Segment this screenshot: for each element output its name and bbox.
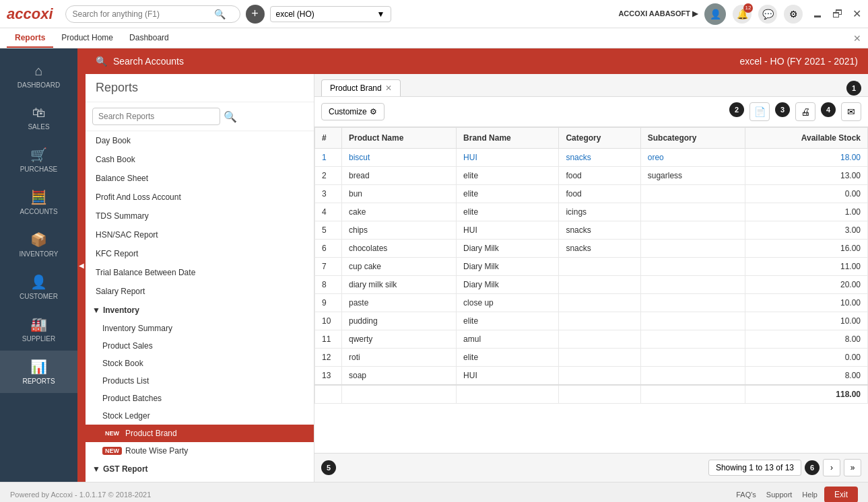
accounts-icon: 🧮	[30, 189, 47, 205]
customize-settings-icon: ⚙	[370, 107, 377, 116]
customize-button[interactable]: Customize ⚙	[321, 103, 385, 120]
inventory-group-triangle: ▼	[92, 306, 100, 315]
table-row[interactable]: 6chocolatesDiary Milksnacks16.00	[315, 240, 868, 258]
nav-item-day-book[interactable]: Day Book	[86, 131, 314, 150]
nav-item-cash-book[interactable]: Cash Book	[86, 150, 314, 169]
nav-group-gst[interactable]: ▼ GST Report	[86, 460, 314, 478]
search-reports-input[interactable]	[92, 108, 220, 125]
sidebar: ⌂ DASHBOARD 🛍 SALES 🛒 PURCHASE 🧮 ACCOUNT…	[0, 48, 77, 482]
company-selector[interactable]: excel (HO) ▼	[270, 6, 391, 22]
nav-item-salary[interactable]: Salary Report	[86, 282, 314, 301]
sidebar-item-supplier[interactable]: 🏭 SUPPLIER	[0, 308, 77, 351]
sidebar-item-reports[interactable]: 📊 REPORTS	[0, 351, 77, 393]
table-row[interactable]: 13soapHUI8.00	[315, 367, 868, 386]
tab-reports[interactable]: Reports	[7, 29, 53, 48]
exit-button[interactable]: Exit	[824, 487, 858, 503]
tab-product-home[interactable]: Product Home	[53, 29, 121, 48]
global-search-box[interactable]: 🔍	[65, 5, 240, 23]
search-accounts-icon: 🔍	[96, 56, 107, 67]
nav-sub-product-brand[interactable]: NEW Product Brand	[86, 425, 314, 442]
sidebar-item-accounts[interactable]: 🧮 ACCOUNTS	[0, 181, 77, 223]
sidebar-collapse-btn[interactable]: ◀	[77, 48, 86, 482]
settings-icon-btn[interactable]: ⚙	[784, 5, 803, 24]
nav-item-trial-balance[interactable]: Trial Balance Between Date	[86, 263, 314, 282]
panel-tab-product-brand[interactable]: Product Brand ✕	[321, 79, 401, 96]
nav-sub-products-list[interactable]: Products List	[86, 372, 314, 390]
add-button[interactable]: +	[246, 5, 265, 24]
table-row[interactable]: 3bunelitefood0.00	[315, 185, 868, 203]
sidebar-item-label-supplier: SUPPLIER	[22, 335, 55, 343]
notification-icon-btn[interactable]: 🔔 12	[733, 5, 752, 24]
footer-right: FAQ's Support Help Exit	[736, 487, 858, 503]
company-info-label: excel - HO (FY 2021 - 2021)	[739, 56, 858, 67]
inventory-icon: 📦	[30, 231, 47, 248]
sidebar-item-dashboard[interactable]: ⌂ DASHBOARD	[0, 55, 77, 97]
nav-item-profit-loss[interactable]: Profit And Loss Account	[86, 188, 314, 207]
footer-link-faq[interactable]: FAQ's	[736, 491, 756, 499]
table-row[interactable]: 4cakeeliteicings1.00	[315, 203, 868, 221]
powered-by-label: Powered by Accoxi - 1.0.1.17 © 2018-2021	[10, 491, 151, 499]
table-row[interactable]: 12rotielite0.00	[315, 349, 868, 367]
reports-content: Reports 🔍 Day Book Cash Book Balance She…	[86, 74, 868, 482]
footer-link-support[interactable]: Support	[766, 491, 793, 499]
panel-tab-close-icon[interactable]: ✕	[385, 83, 392, 93]
last-page-button[interactable]: »	[844, 459, 861, 476]
chat-icon-btn[interactable]: 💬	[758, 5, 777, 24]
nav-sub-route-wise[interactable]: NEW Route Wise Party	[86, 442, 314, 460]
tab-close-icon[interactable]: ✕	[853, 33, 861, 44]
sidebar-item-sales[interactable]: 🛍 SALES	[0, 97, 77, 139]
nav-item-hsn-sac[interactable]: HSN/SAC Report	[86, 225, 314, 244]
nav-list: Day Book Cash Book Balance Sheet Profit …	[86, 131, 314, 482]
avatar[interactable]: 👤	[704, 3, 726, 25]
sidebar-item-label-purchase: PURCHASE	[20, 166, 58, 173]
print-button[interactable]: 🖨	[795, 102, 815, 121]
sidebar-item-purchase[interactable]: 🛒 PURCHASE	[0, 139, 77, 181]
nav-item-kfc[interactable]: KFC Report	[86, 244, 314, 263]
toolbar-right: 2 📄 3 🖨 4 ✉	[729, 102, 861, 121]
col-header-product-name: Product Name	[342, 128, 457, 149]
table-row[interactable]: 10puddingelite10.00	[315, 312, 868, 330]
right-panel: Product Brand ✕ 1 Customize ⚙ 2	[314, 74, 868, 482]
footer: Powered by Accoxi - 1.0.1.17 © 2018-2021…	[0, 482, 868, 502]
table-row[interactable]: 11qwertyamul8.00	[315, 330, 868, 349]
minimize-icon[interactable]: 🗕	[812, 8, 823, 20]
main-layout: ⌂ DASHBOARD 🛍 SALES 🛒 PURCHASE 🧮 ACCOUNT…	[0, 48, 868, 482]
nav-sub-stock-book[interactable]: Stock Book	[86, 355, 314, 372]
table-row[interactable]: 2breadelitefoodsugarless13.00	[315, 167, 868, 185]
close-icon[interactable]: ✕	[853, 7, 861, 20]
search-reports-button[interactable]: 🔍	[224, 110, 237, 123]
panel-toolbar: Customize ⚙ 2 📄 3 🖨	[314, 97, 868, 127]
table-row[interactable]: 7cup cakeDiary Milk11.00	[315, 258, 868, 276]
sidebar-item-customer[interactable]: 👤 CUSTOMER	[0, 266, 77, 308]
nav-sub-stock-ledger[interactable]: Stock Ledger	[86, 407, 314, 425]
nav-sub-gstr1[interactable]: GSTR-1	[86, 478, 314, 482]
sidebar-item-label-reports: REPORTS	[22, 378, 55, 385]
nav-sub-inventory-summary[interactable]: Inventory Summary	[86, 320, 314, 337]
pagination-bar: 5 Showing 1 to 13 of 13 6 › »	[314, 453, 868, 482]
customer-icon: 👤	[30, 274, 47, 290]
footer-link-help[interactable]: Help	[802, 491, 817, 499]
maximize-icon[interactable]: 🗗	[832, 8, 843, 20]
next-page-button[interactable]: ›	[823, 459, 840, 476]
sidebar-item-label-sales: SALES	[28, 123, 49, 131]
nav-group-inventory[interactable]: ▼ Inventory	[86, 301, 314, 320]
user-info-label: ACCOXI AABASOFT ▶	[618, 9, 698, 18]
nav-sub-product-batches[interactable]: Product Batches	[86, 390, 314, 407]
table-row[interactable]: 1biscutHUIsnacksoreo18.00	[315, 149, 868, 167]
footer-links: FAQ's Support Help	[736, 491, 817, 499]
left-nav-title: Reports	[86, 74, 314, 102]
global-search-input[interactable]	[73, 9, 214, 19]
tab-dashboard[interactable]: Dashboard	[121, 29, 177, 48]
table-total-row: 118.00	[315, 385, 868, 404]
table-row[interactable]: 5chipsHUIsnacks3.00	[315, 221, 868, 240]
table-row[interactable]: 9pasteclose up10.00	[315, 294, 868, 312]
tab-bar: Reports Product Home Dashboard ✕	[0, 28, 868, 48]
email-button[interactable]: ✉	[841, 102, 861, 121]
nav-item-tds-summary[interactable]: TDS Summary	[86, 207, 314, 225]
nav-sub-product-sales[interactable]: Product Sales	[86, 337, 314, 355]
table-row[interactable]: 8diary milk silkDiary Milk20.00	[315, 276, 868, 294]
pdf-export-button[interactable]: 📄	[749, 102, 770, 121]
search-accounts-label[interactable]: 🔍 Search Accounts	[96, 56, 184, 67]
nav-item-balance-sheet[interactable]: Balance Sheet	[86, 169, 314, 188]
sidebar-item-inventory[interactable]: 📦 INVENTORY	[0, 223, 77, 266]
